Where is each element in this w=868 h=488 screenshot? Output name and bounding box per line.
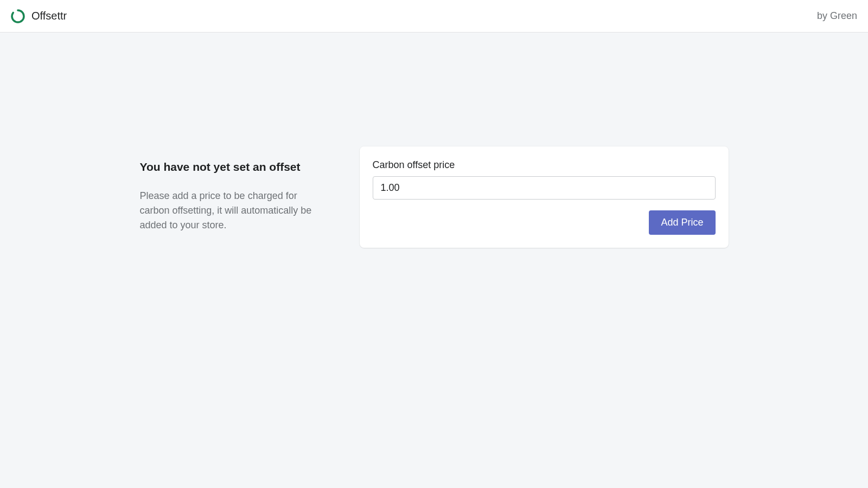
add-price-button[interactable]: Add Price (649, 210, 715, 235)
info-section: You have not yet set an offset Please ad… (140, 146, 327, 248)
page-description: Please add a price to be charged for car… (140, 189, 327, 233)
page-heading: You have not yet set an offset (140, 160, 327, 174)
header-byline: by Green (817, 10, 857, 22)
app-title: Offsettr (31, 10, 67, 22)
card-actions: Add Price (373, 210, 716, 235)
price-field-label: Carbon offset price (373, 159, 716, 171)
price-card: Carbon offset price Add Price (360, 146, 729, 248)
main-content: You have not yet set an offset Please ad… (92, 33, 776, 248)
app-header: Offsettr by Green (0, 0, 868, 33)
svg-point-0 (11, 9, 25, 23)
app-logo-icon (11, 9, 25, 23)
price-input[interactable] (373, 176, 716, 200)
header-left: Offsettr (11, 9, 67, 23)
